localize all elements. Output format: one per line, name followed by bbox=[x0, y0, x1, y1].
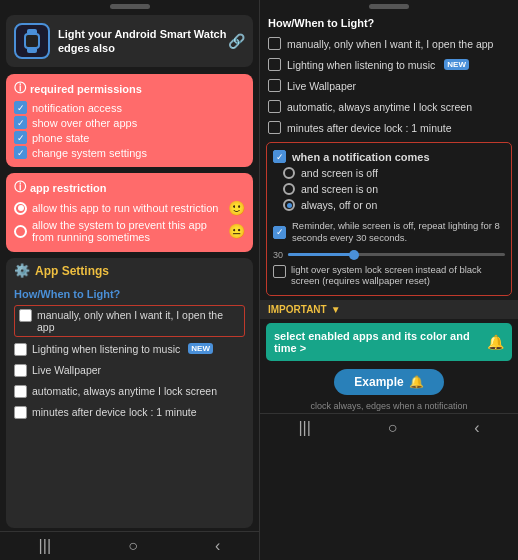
smiley-icon-2: 😐 bbox=[228, 223, 245, 239]
right-option-5[interactable]: minutes after device lock : 1 minute bbox=[260, 117, 518, 138]
notification-box: when a notification comes and screen is … bbox=[266, 142, 512, 296]
right-option-4[interactable]: automatic, always anytime I lock screen bbox=[260, 96, 518, 117]
reminder-area: Reminder, while screen is off, repeat li… bbox=[273, 218, 505, 260]
how-cb-5[interactable] bbox=[14, 406, 27, 419]
right-cb-1[interactable] bbox=[268, 37, 281, 50]
perm-checkbox-1[interactable] bbox=[14, 101, 27, 114]
lock-screen-row[interactable]: light over system lock screen instead of… bbox=[273, 260, 505, 290]
right-nav-menu-icon[interactable]: ||| bbox=[298, 419, 310, 437]
how-option-3[interactable]: Live Wallpaper bbox=[14, 362, 245, 379]
drag-pill bbox=[110, 4, 150, 9]
right-top-pill bbox=[260, 0, 518, 11]
nav-menu-icon[interactable]: ||| bbox=[39, 537, 51, 555]
notif-radio-2[interactable] bbox=[283, 183, 295, 195]
how-cb-2[interactable] bbox=[14, 343, 27, 356]
right-how-when-title: How/When to Light? bbox=[260, 11, 518, 33]
right-cb-2[interactable] bbox=[268, 58, 281, 71]
nav-back-icon[interactable]: ‹ bbox=[215, 537, 220, 555]
app-settings-tab[interactable]: ⚙️ App Settings bbox=[6, 258, 253, 283]
smiley-icon-1: 🙂 bbox=[228, 200, 245, 216]
perm-checkbox-4[interactable] bbox=[14, 146, 27, 159]
select-apps-text: select enabled apps and its color and ti… bbox=[274, 330, 487, 354]
restriction-radio-1[interactable] bbox=[14, 202, 27, 215]
info-icon: ⓘ bbox=[14, 80, 26, 97]
perm-checkbox-3[interactable] bbox=[14, 131, 27, 144]
app-restriction-card: ⓘ app restriction allow this app to run … bbox=[6, 173, 253, 252]
right-new-badge: NEW bbox=[444, 59, 469, 70]
notif-sub-3[interactable]: always, off or on bbox=[273, 197, 505, 213]
gear-icon: ⚙️ bbox=[14, 263, 30, 278]
perm-checkbox-2[interactable] bbox=[14, 116, 27, 129]
nav-home-icon[interactable]: ○ bbox=[128, 537, 138, 555]
example-icon: 🔔 bbox=[409, 375, 424, 389]
how-option-2[interactable]: Lighting when listening to music NEW bbox=[14, 341, 245, 358]
how-when-section: How/When to Light? manually, only when I… bbox=[6, 283, 253, 528]
notif-sub-1[interactable]: and screen is off bbox=[273, 165, 505, 181]
notif-radio-3[interactable] bbox=[283, 199, 295, 211]
bottom-hint-text: clock always, edges when a notification bbox=[260, 399, 518, 413]
top-pill bbox=[0, 0, 259, 11]
right-option-1[interactable]: manually, only when I want it, I open th… bbox=[260, 33, 518, 54]
arrow-right-icon: 🔔 bbox=[487, 334, 504, 350]
how-option-4[interactable]: automatic, always anytime I lock screen bbox=[14, 383, 245, 400]
required-permissions-card: ⓘ required permissions notification acce… bbox=[6, 74, 253, 167]
select-apps-button[interactable]: select enabled apps and its color and ti… bbox=[266, 323, 512, 361]
right-cb-3[interactable] bbox=[268, 79, 281, 92]
perm-item-4[interactable]: change system settings bbox=[14, 146, 245, 159]
restriction-option-1[interactable]: allow this app to run without restrictio… bbox=[14, 200, 245, 216]
right-drag-pill bbox=[369, 4, 409, 9]
how-cb-1[interactable] bbox=[19, 309, 32, 322]
app-title: Light your Android Smart Watch edges als… bbox=[58, 27, 226, 56]
slider-min: 30 bbox=[273, 250, 283, 260]
slider-row: 30 bbox=[273, 250, 505, 260]
notif-sub-2[interactable]: and screen is on bbox=[273, 181, 505, 197]
how-option-1[interactable]: manually, only when I want it, I open th… bbox=[14, 305, 245, 337]
link-icon[interactable]: 🔗 bbox=[228, 33, 245, 49]
right-cb-5[interactable] bbox=[268, 121, 281, 134]
notif-radio-1[interactable] bbox=[283, 167, 295, 179]
right-nav-back-icon[interactable]: ‹ bbox=[474, 419, 479, 437]
right-option-2[interactable]: Lighting when listening to music NEW bbox=[260, 54, 518, 75]
reminder-checkbox[interactable] bbox=[273, 226, 286, 239]
important-label: IMPORTANT bbox=[268, 304, 327, 315]
restriction-info-icon: ⓘ bbox=[14, 179, 26, 196]
watch-icon bbox=[22, 29, 42, 53]
right-nav-home-icon[interactable]: ○ bbox=[388, 419, 398, 437]
perm-item-2[interactable]: show over other apps bbox=[14, 116, 245, 129]
right-bottom-nav: ||| ○ ‹ bbox=[260, 413, 518, 442]
permissions-title: ⓘ required permissions bbox=[14, 80, 245, 97]
how-when-title: How/When to Light? bbox=[14, 288, 245, 300]
new-badge: NEW bbox=[188, 343, 213, 354]
notif-title-row[interactable]: when a notification comes bbox=[273, 148, 505, 165]
important-bar[interactable]: IMPORTANT ▼ bbox=[260, 300, 518, 319]
left-panel: Light your Android Smart Watch edges als… bbox=[0, 0, 259, 560]
restriction-title: ⓘ app restriction bbox=[14, 179, 245, 196]
right-cb-4[interactable] bbox=[268, 100, 281, 113]
restriction-option-2[interactable]: allow the system to prevent this app fro… bbox=[14, 219, 245, 243]
app-icon bbox=[14, 23, 50, 59]
lock-screen-checkbox[interactable] bbox=[273, 265, 286, 278]
example-label: Example bbox=[354, 375, 403, 389]
right-option-3[interactable]: Live Wallpaper bbox=[260, 75, 518, 96]
example-button[interactable]: Example 🔔 bbox=[334, 369, 443, 395]
how-cb-3[interactable] bbox=[14, 364, 27, 377]
example-btn-container: Example 🔔 bbox=[260, 365, 518, 399]
app-settings-label: App Settings bbox=[35, 264, 109, 278]
restriction-radio-2[interactable] bbox=[14, 225, 27, 238]
perm-item-1[interactable]: notification access bbox=[14, 101, 245, 114]
reminder-row[interactable]: Reminder, while screen is off, repeat li… bbox=[273, 218, 505, 247]
notif-checkbox[interactable] bbox=[273, 150, 286, 163]
app-header: Light your Android Smart Watch edges als… bbox=[6, 15, 253, 67]
how-option-5[interactable]: minutes after device lock : 1 minute bbox=[14, 404, 245, 421]
right-panel: How/When to Light? manually, only when I… bbox=[259, 0, 518, 560]
bottom-nav: ||| ○ ‹ bbox=[0, 531, 259, 560]
slider-fill bbox=[288, 253, 353, 256]
how-cb-4[interactable] bbox=[14, 385, 27, 398]
perm-item-3[interactable]: phone state bbox=[14, 131, 245, 144]
slider-thumb[interactable] bbox=[349, 250, 359, 260]
slider-track[interactable] bbox=[288, 253, 505, 256]
chevron-down-icon[interactable]: ▼ bbox=[331, 304, 341, 315]
